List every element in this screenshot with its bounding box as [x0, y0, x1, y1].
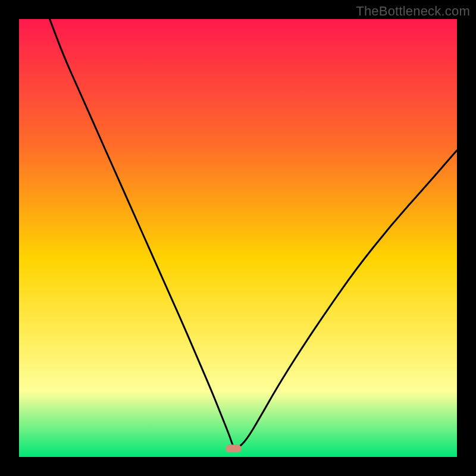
plot-area [19, 19, 457, 457]
gradient-background [19, 19, 457, 457]
watermark-text: TheBottleneck.com [356, 4, 470, 19]
minimum-marker [226, 444, 242, 452]
plot-svg [19, 19, 457, 457]
chart-frame: TheBottleneck.com [0, 0, 476, 476]
